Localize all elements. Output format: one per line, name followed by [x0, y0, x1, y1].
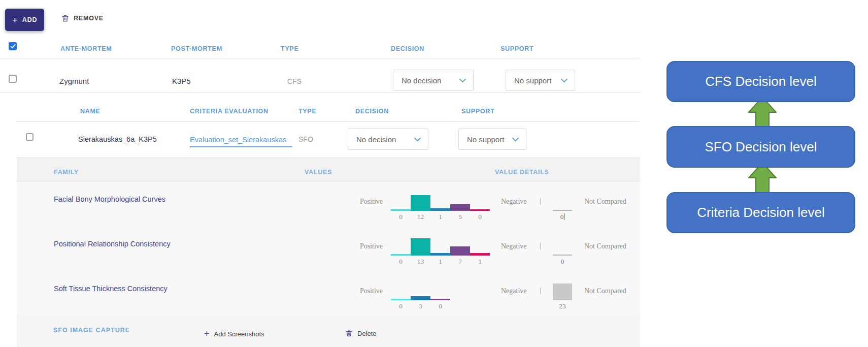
histogram-value: 0: [391, 258, 411, 266]
select-all-checkbox[interactable]: [9, 42, 17, 50]
histogram-values: 013171: [391, 258, 490, 266]
delete-label: Delete: [357, 330, 377, 337]
diagram-box-criteria: Criteria Decision level: [666, 192, 855, 233]
column-header-value-details: VALUE DETAILS: [495, 169, 549, 176]
histogram-bar: [470, 209, 490, 211]
negative-label: Negative: [501, 242, 527, 250]
name-value: Sierakauskas_6a_K3P5: [78, 135, 157, 143]
histogram-value: 5: [450, 213, 470, 221]
histogram-bar: [391, 254, 411, 256]
histogram-bar: [391, 299, 411, 300]
histogram-value: 0: [430, 302, 450, 310]
add-button[interactable]: + ADD: [5, 9, 44, 31]
add-button-label: ADD: [22, 16, 37, 23]
post-mortem-value: K3P5: [172, 77, 191, 85]
histogram-values: 012150: [391, 213, 490, 221]
histogram: [391, 226, 490, 256]
column-header-sfo-type: TYPE: [298, 108, 316, 115]
sfo-support-select[interactable]: No support: [458, 129, 526, 150]
histogram-bar: [411, 238, 430, 256]
histogram-bar: [430, 299, 450, 300]
not-compared-label: Not Compared: [584, 287, 626, 295]
cfs-decision-select[interactable]: No decision: [393, 70, 474, 91]
histogram-value: 7: [450, 258, 470, 266]
not-compared-label: Not Compared: [584, 242, 626, 250]
add-screenshots-button[interactable]: + Add Screenshots: [204, 329, 264, 338]
sfo-decision-select[interactable]: No decision: [348, 129, 428, 150]
sfo-decision-value: No decision: [356, 135, 396, 144]
screen: + ADD REMOVE ANTE-MORTEM POST-MORTEM TYP…: [0, 0, 868, 347]
histogram-value: 1: [470, 258, 490, 266]
delete-button[interactable]: Delete: [345, 329, 377, 337]
histogram-values: 030: [391, 302, 450, 310]
cfs-decision-value: No decision: [402, 76, 441, 85]
separator-pipe: |: [540, 286, 541, 295]
separator-pipe: |: [540, 197, 541, 205]
diagram-box-label: Criteria Decision level: [697, 205, 824, 220]
column-header-decision: DECISION: [391, 45, 424, 52]
chevron-down-icon: [414, 137, 421, 142]
not-compared-value[interactable]: 0: [553, 258, 572, 266]
histogram-value: 3: [411, 302, 430, 310]
chevron-down-icon: [512, 137, 519, 142]
remove-label: REMOVE: [74, 15, 104, 22]
histogram-value: 0: [470, 213, 490, 221]
family-label: Positional Relationship Consistency: [54, 240, 171, 248]
sfo-type-value: SFO: [298, 135, 313, 143]
not-compared-value[interactable]: 23: [553, 302, 572, 310]
chevron-down-icon: [560, 78, 568, 83]
chevron-down-icon: [459, 78, 466, 83]
row-checkbox[interactable]: [9, 75, 17, 83]
column-header-criteria-evaluation: CRITERIA EVALUATION: [190, 108, 269, 115]
not-compared-bar: [553, 210, 572, 211]
histogram-bar: [430, 253, 450, 256]
histogram-bar: [411, 296, 430, 300]
ante-mortem-value: Zygmunt: [59, 77, 89, 85]
diagram-box-label: CFS Decision level: [705, 74, 817, 89]
diagram-box-label: SFO Decision level: [705, 139, 817, 155]
column-header-values: VALUES: [305, 169, 332, 176]
histogram-bar: [450, 204, 470, 211]
histogram-bar: [450, 246, 470, 256]
family-label: Soft Tissue Thickness Consistency: [54, 285, 168, 293]
positive-label: Positive: [321, 287, 383, 295]
not-compared-bar: [553, 255, 572, 256]
histogram-value: 12: [411, 213, 430, 221]
cfs-support-value: No support: [514, 76, 551, 85]
not-compared-bar: [553, 283, 572, 300]
histogram-bar: [411, 195, 430, 211]
plus-icon: +: [12, 15, 18, 25]
trash-icon: [61, 14, 70, 23]
criteria-row: Soft Tissue Thickness ConsistencyPositiv…: [17, 271, 640, 316]
histogram: [391, 181, 490, 211]
family-label: Facial Bony Morphological Curves: [54, 195, 165, 203]
cfs-support-select[interactable]: No support: [506, 70, 575, 91]
sfo-support-value: No support: [467, 135, 504, 144]
criteria-evaluation-input[interactable]: Evaluation_set_Sierakauskas: [190, 130, 292, 147]
histogram-bar: [430, 208, 450, 211]
sfo-row-checkbox[interactable]: [26, 133, 34, 141]
column-header-family: FAMILY: [54, 169, 79, 176]
histogram-value: 0: [391, 213, 411, 221]
criteria-row: Facial Bony Morphological CurvesPositive…: [17, 181, 640, 226]
histogram-value: 13: [411, 258, 430, 266]
trash-icon: [345, 329, 353, 337]
column-header-support: SUPPORT: [500, 45, 533, 52]
column-header-name: NAME: [80, 108, 101, 115]
diagram-box-sfo: SFO Decision level: [666, 126, 855, 168]
plus-icon: +: [204, 329, 210, 338]
criteria-header-row: FAMILY VALUES VALUE DETAILS: [17, 158, 640, 181]
positive-label: Positive: [321, 242, 383, 250]
text-caret: [564, 213, 564, 220]
add-screenshots-label: Add Screenshots: [214, 330, 264, 338]
not-compared-value[interactable]: 0: [553, 213, 572, 221]
negative-label: Negative: [501, 287, 527, 295]
column-header-sfo-support: SUPPORT: [461, 108, 494, 115]
histogram-value: 0: [391, 302, 411, 310]
diagram-box-cfs: CFS Decision level: [666, 61, 855, 102]
criteria-rows: Facial Bony Morphological CurvesPositive…: [17, 181, 640, 316]
remove-button[interactable]: REMOVE: [61, 14, 104, 23]
type-value: CFS: [287, 77, 302, 85]
criteria-row: Positional Relationship ConsistencyPosit…: [17, 226, 640, 271]
column-header-sfo-decision: DECISION: [355, 108, 389, 115]
